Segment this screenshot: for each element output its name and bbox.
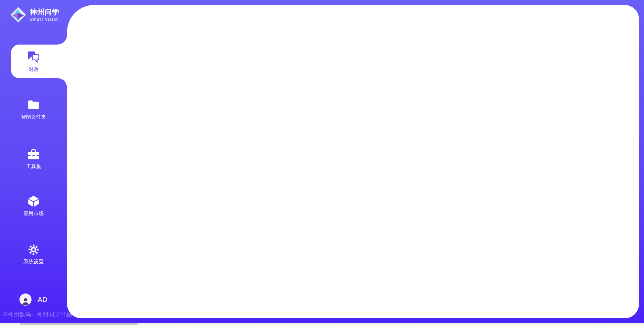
cube-icon [27,195,40,208]
sidebar-item-smart-folder[interactable]: 智能文件夹 [0,94,67,125]
toolbox-icon [27,148,40,161]
sidebar-item-label: 工具集 [26,164,41,170]
sidebar-item-label: 智能文件夹 [21,114,46,120]
chat-icon [26,50,41,64]
sidebar-item-settings[interactable]: 系统设置 [0,239,67,269]
avatar [19,294,32,306]
horizontal-scrollbar-thumb[interactable] [20,323,138,325]
horizontal-scrollbar-track [0,323,644,325]
user-menu[interactable]: AD [19,294,47,306]
sidebar-item-label: 应用市场 [23,210,44,217]
brand-name: 神州问学 [30,8,59,16]
brand-logo-diamond-icon [10,7,26,23]
main-panel [67,5,639,318]
sidebar-item-chat[interactable]: 对话 [0,45,67,78]
sidebar-item-toolset[interactable]: 工具集 [0,143,67,174]
sidebar-item-label: 系统设置 [23,259,44,265]
user-icon [21,297,30,306]
app-root: 神州问学 Smart Vision 对话 智能文件夹 工具集 [0,0,644,325]
sidebar-item-label: 对话 [29,66,39,73]
brand: 神州问学 Smart Vision [10,7,59,23]
sidebar-item-app-market[interactable]: 应用市场 [0,190,67,221]
brand-tagline: Smart Vision [30,17,59,22]
gear-icon [27,243,40,256]
folder-icon [27,98,40,112]
copyright-footer: ©神州数码 · 神州问学出品 [3,311,72,318]
user-name: AD [38,296,47,304]
